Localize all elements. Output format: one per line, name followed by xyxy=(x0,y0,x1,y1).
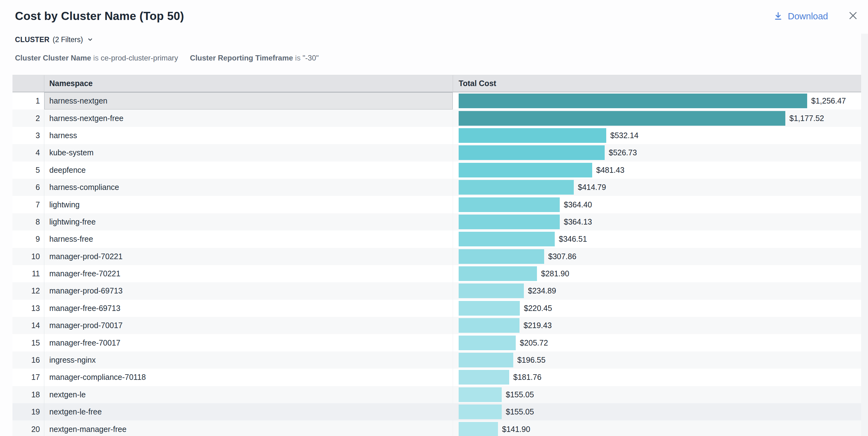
cost-bar xyxy=(459,266,537,281)
cost-by-cluster-panel: { "header": { "title": "Cost by Cluster … xyxy=(0,0,868,436)
namespace-cell[interactable]: harness xyxy=(44,127,453,144)
namespace-cell[interactable]: manager-compliance-70118 xyxy=(44,369,453,386)
cost-bar xyxy=(459,301,520,316)
total-cost-cell[interactable]: $526.73 xyxy=(453,144,861,161)
table-row[interactable]: 2harness-nextgen-free$1,177.52 xyxy=(12,110,861,127)
table-row[interactable]: 5deepfence$481.43 xyxy=(12,161,861,179)
row-index: 10 xyxy=(12,248,44,265)
table-row[interactable]: 7lightwing$364.40 xyxy=(12,196,861,213)
table-body: 1harness-nextgen$1,256.472harness-nextge… xyxy=(12,92,861,436)
total-cost-cell[interactable]: $307.86 xyxy=(453,248,861,265)
namespace-cell[interactable]: manager-prod-70017 xyxy=(44,317,453,334)
cost-value-label: $1,177.52 xyxy=(789,114,824,123)
cost-value-label: $155.05 xyxy=(506,407,534,416)
download-button[interactable]: Download xyxy=(773,11,828,22)
header-cell-namespace[interactable]: Namespace xyxy=(44,75,453,92)
row-index: 18 xyxy=(12,386,44,403)
total-cost-cell[interactable]: $532.14 xyxy=(453,127,861,144)
namespace-cell[interactable]: manager-free-69713 xyxy=(44,300,453,317)
table-row[interactable]: 6harness-compliance$414.79 xyxy=(12,179,861,196)
table-row[interactable]: 12manager-prod-69713$234.89 xyxy=(12,282,861,300)
table-row[interactable]: 9harness-free$346.51 xyxy=(12,230,861,248)
cost-bar xyxy=(459,145,604,160)
cost-value-label: $532.14 xyxy=(610,131,638,140)
total-cost-cell[interactable]: $141.90 xyxy=(453,421,861,436)
cost-bar xyxy=(459,405,502,419)
row-index: 16 xyxy=(12,351,44,369)
namespace-cell[interactable]: nextgen-le xyxy=(44,386,453,403)
cost-value-label: $141.90 xyxy=(502,425,530,434)
total-cost-cell[interactable]: $1,256.47 xyxy=(453,92,861,110)
table-row[interactable]: 17manager-compliance-70118$181.76 xyxy=(12,369,861,386)
cost-value-label: $219.43 xyxy=(524,321,552,330)
total-cost-cell[interactable]: $414.79 xyxy=(453,179,861,196)
table-row[interactable]: 16ingress-nginx$196.55 xyxy=(12,351,861,369)
total-cost-cell[interactable]: $1,177.52 xyxy=(453,110,861,127)
cost-table: Namespace Total Cost 1harness-nextgen$1,… xyxy=(12,75,861,436)
total-cost-cell[interactable]: $219.43 xyxy=(453,317,861,334)
namespace-cell[interactable]: lightwing xyxy=(44,196,453,213)
row-index: 8 xyxy=(12,213,44,230)
table-row[interactable]: 10manager-prod-70221$307.86 xyxy=(12,248,861,265)
table-row[interactable]: 8lightwing-free$364.13 xyxy=(12,213,861,230)
total-cost-cell[interactable]: $155.05 xyxy=(453,403,861,421)
row-index: 15 xyxy=(12,334,44,351)
cost-value-label: $364.13 xyxy=(564,217,592,226)
namespace-cell[interactable]: deepfence xyxy=(44,161,453,179)
header-cell-total-cost[interactable]: Total Cost xyxy=(453,75,861,92)
filter-group-dropdown[interactable]: CLUSTER (2 Filters) xyxy=(15,35,94,44)
namespace-cell[interactable]: nextgen-manager-free xyxy=(44,421,453,436)
total-cost-cell[interactable]: $281.90 xyxy=(453,265,861,282)
namespace-cell[interactable]: manager-prod-70221 xyxy=(44,248,453,265)
download-label: Download xyxy=(788,11,828,22)
cost-bar xyxy=(459,249,544,264)
row-index: 4 xyxy=(12,144,44,161)
row-index: 14 xyxy=(12,317,44,334)
namespace-cell[interactable]: harness-compliance xyxy=(44,179,453,196)
cost-bar xyxy=(459,422,498,436)
namespace-cell[interactable]: manager-free-70221 xyxy=(44,265,453,282)
total-cost-cell[interactable]: $364.40 xyxy=(453,196,861,213)
filter-chip-1[interactable]: Cluster Cluster Name is ce-prod-cluster-… xyxy=(15,54,178,62)
total-cost-cell[interactable]: $346.51 xyxy=(453,230,861,248)
scrollbar-track[interactable] xyxy=(861,34,868,436)
total-cost-cell[interactable]: $196.55 xyxy=(453,351,861,369)
namespace-cell[interactable]: ingress-nginx xyxy=(44,351,453,369)
cost-value-label: $307.86 xyxy=(548,252,576,261)
row-index: 5 xyxy=(12,161,44,179)
close-button[interactable] xyxy=(846,9,860,23)
total-cost-cell[interactable]: $205.72 xyxy=(453,334,861,351)
cost-bar xyxy=(459,353,513,367)
total-cost-cell[interactable]: $181.76 xyxy=(453,369,861,386)
filter-chip-2[interactable]: Cluster Reporting Timeframe is "-30" xyxy=(190,54,319,62)
namespace-cell[interactable]: harness-nextgen xyxy=(44,92,453,110)
table-row[interactable]: 14manager-prod-70017$219.43 xyxy=(12,317,861,334)
cost-bar xyxy=(459,163,592,178)
total-cost-cell[interactable]: $234.89 xyxy=(453,282,861,300)
total-cost-cell[interactable]: $481.43 xyxy=(453,161,861,179)
table-row[interactable]: 20nextgen-manager-free$141.90 xyxy=(12,421,861,436)
namespace-cell[interactable]: lightwing-free xyxy=(44,213,453,230)
cost-value-label: $220.45 xyxy=(524,304,552,313)
row-index: 2 xyxy=(12,110,44,127)
table-row[interactable]: 1harness-nextgen$1,256.47 xyxy=(12,92,861,110)
table-row[interactable]: 11manager-free-70221$281.90 xyxy=(12,265,861,282)
table-row[interactable]: 4kube-system$526.73 xyxy=(12,144,861,161)
cost-value-label: $526.73 xyxy=(609,148,637,157)
table-row[interactable]: 13manager-free-69713$220.45 xyxy=(12,300,861,317)
namespace-cell[interactable]: kube-system xyxy=(44,144,453,161)
namespace-cell[interactable]: manager-prod-69713 xyxy=(44,282,453,300)
table-row[interactable]: 19nextgen-le-free$155.05 xyxy=(12,403,861,421)
table-row[interactable]: 3harness$532.14 xyxy=(12,127,861,144)
namespace-cell[interactable]: harness-nextgen-free xyxy=(44,110,453,127)
applied-filters: Cluster Cluster Name is ce-prod-cluster-… xyxy=(15,54,319,62)
table-row[interactable]: 15manager-free-70017$205.72 xyxy=(12,334,861,351)
total-cost-cell[interactable]: $220.45 xyxy=(453,300,861,317)
table-row[interactable]: 18nextgen-le$155.05 xyxy=(12,386,861,403)
cost-bar xyxy=(459,232,555,246)
namespace-cell[interactable]: nextgen-le-free xyxy=(44,403,453,421)
namespace-cell[interactable]: manager-free-70017 xyxy=(44,334,453,351)
total-cost-cell[interactable]: $364.13 xyxy=(453,213,861,230)
namespace-cell[interactable]: harness-free xyxy=(44,230,453,248)
total-cost-cell[interactable]: $155.05 xyxy=(453,386,861,403)
